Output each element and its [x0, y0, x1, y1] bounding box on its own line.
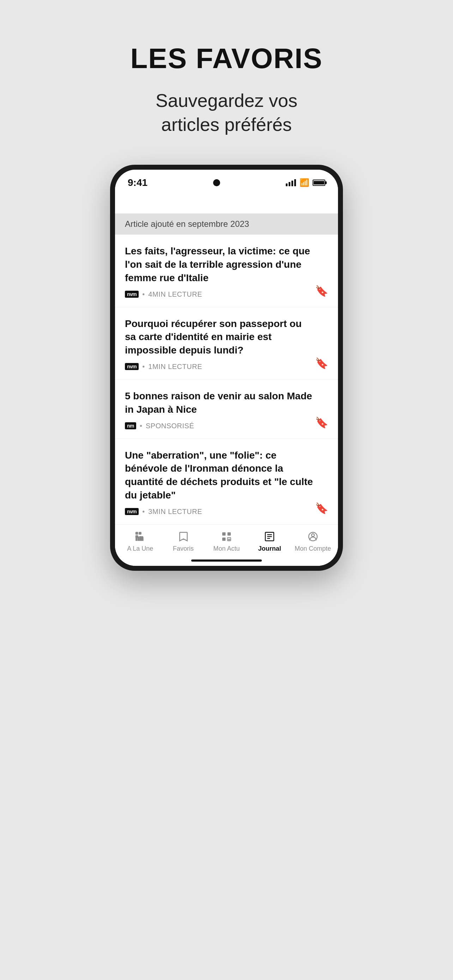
bookmark-icon[interactable]: 🔖: [315, 502, 328, 514]
nav-label-favoris: Favoris: [173, 545, 194, 552]
nav-item-a-la-une[interactable]: nm A La Une: [119, 530, 162, 552]
bookmark-icon[interactable]: 🔖: [315, 416, 328, 429]
bookmark-nav-icon: [176, 530, 191, 543]
nav-item-journal[interactable]: Journal: [248, 530, 291, 552]
article-title: 5 bonnes raison de venir au salon Made i…: [125, 390, 328, 416]
source-badge: nvm: [125, 508, 139, 515]
svg-point-16: [312, 534, 314, 536]
page-title: LES FAVORIS: [130, 42, 323, 75]
meta-dot: •: [142, 363, 145, 371]
meta-dot: •: [142, 290, 145, 298]
nav-item-mon-compte[interactable]: Mon Compte: [291, 530, 334, 552]
article-item[interactable]: Les faits, l'agresseur, la victime: ce q…: [115, 235, 338, 307]
read-time: 4MIN LECTURE: [148, 290, 202, 298]
status-icons: 📶: [286, 178, 325, 187]
article-item[interactable]: Pourquoi récupérer son passeport ou sa c…: [115, 307, 338, 380]
section-header: Article ajouté en septembre 2023: [115, 213, 338, 235]
svg-text:nm: nm: [135, 534, 143, 541]
signal-icon: [286, 179, 296, 186]
home-bar: [191, 560, 262, 562]
articles-list: Les faits, l'agresseur, la victime: ce q…: [115, 235, 338, 524]
phone-frame: 9:41 📶 Article ajouté en septembre 2023: [110, 165, 343, 571]
status-bar: 9:41 📶: [115, 170, 338, 192]
read-time: 1MIN LECTURE: [148, 363, 202, 371]
nav-item-favoris[interactable]: Favoris: [162, 530, 205, 552]
svg-rect-4: [222, 532, 226, 536]
article-meta: nm • SPONSORISÉ: [125, 422, 328, 430]
article-title: Les faits, l'agresseur, la victime: ce q…: [125, 245, 328, 284]
battery-icon: [313, 180, 325, 186]
grid-plus-icon: +: [219, 530, 234, 543]
meta-dot: •: [140, 422, 142, 430]
svg-rect-6: [222, 537, 226, 541]
svg-rect-5: [227, 532, 231, 536]
newspaper-icon: [262, 530, 277, 543]
page-subtitle: Sauvegardez vosarticles préférés: [156, 89, 297, 137]
phone-screen: 9:41 📶 Article ajouté en septembre 2023: [115, 170, 338, 566]
screen-spacer: [115, 192, 338, 213]
nav-item-mon-actu[interactable]: + Mon Actu: [205, 530, 248, 552]
article-meta: nvm • 1MIN LECTURE: [125, 363, 328, 371]
bookmark-icon[interactable]: 🔖: [315, 357, 328, 369]
wifi-icon: 📶: [300, 178, 309, 187]
nav-label-mon-actu: Mon Actu: [213, 545, 240, 552]
bookmark-icon[interactable]: 🔖: [315, 285, 328, 297]
article-meta: nvm • 3MIN LECTURE: [125, 508, 328, 516]
article-item[interactable]: 5 bonnes raison de venir au salon Made i…: [115, 380, 338, 439]
article-meta: nvm • 4MIN LECTURE: [125, 290, 328, 298]
svg-rect-1: [139, 532, 141, 534]
nav-label-mon-compte: Mon Compte: [295, 545, 331, 552]
article-item[interactable]: Une "aberration", une "folie": ce bénévo…: [115, 439, 338, 524]
nav-label-journal: Journal: [258, 545, 281, 552]
bottom-nav: nm A La Une Favoris: [115, 524, 338, 555]
read-time: SPONSORISÉ: [146, 422, 194, 430]
user-circle-icon: [305, 530, 321, 543]
source-badge: nm: [125, 422, 136, 430]
section-header-text: Article ajouté en septembre 2023: [125, 219, 249, 229]
article-title: Pourquoi récupérer son passeport ou sa c…: [125, 317, 328, 357]
home-icon: nm: [132, 530, 148, 543]
read-time: 3MIN LECTURE: [148, 508, 202, 516]
source-badge: nvm: [125, 363, 139, 370]
meta-dot: •: [142, 508, 145, 516]
camera-dot: [213, 179, 220, 186]
svg-rect-0: [136, 532, 138, 534]
home-indicator: [115, 555, 338, 566]
status-time: 9:41: [128, 177, 148, 188]
nav-label-a-la-une: A La Une: [127, 545, 153, 552]
article-title: Une "aberration", une "folie": ce bénévo…: [125, 449, 328, 502]
source-badge: nvm: [125, 291, 139, 298]
